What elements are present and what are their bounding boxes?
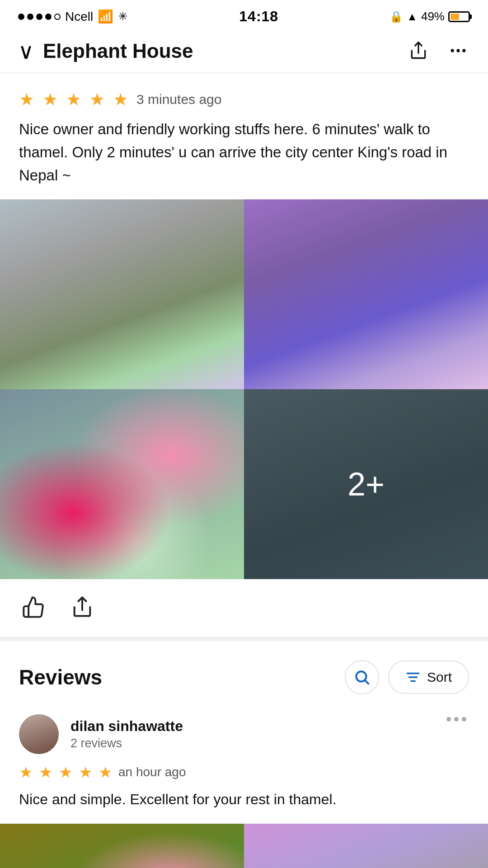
svg-line-6 (365, 681, 368, 684)
battery-fill (450, 14, 459, 20)
reviewer-avatar (19, 714, 59, 754)
share-button[interactable] (407, 39, 430, 64)
dot-1 (446, 717, 451, 722)
like-button[interactable] (22, 595, 45, 620)
reviewer-row: dilan sinhawatte 2 reviews (19, 714, 469, 754)
carrier-name: Ncell (65, 9, 93, 24)
signal-dot-5 (54, 14, 61, 20)
reviewer-count: 2 reviews (70, 736, 183, 750)
photo-4[interactable]: 2+ (244, 389, 488, 579)
battery-percentage: 49% (421, 9, 445, 24)
top-review-time: 3 minutes ago (136, 92, 221, 107)
signal-dot-2 (27, 14, 33, 20)
search-icon (353, 669, 371, 686)
signal-dot-4 (45, 14, 52, 20)
status-time: 14:18 (239, 8, 278, 25)
sort-button[interactable]: Sort (388, 660, 469, 694)
review-star-3: ★ (59, 763, 72, 781)
reviewer-name: dilan sinhawatte (70, 718, 183, 735)
review-time: an hour ago (118, 765, 186, 779)
bottom-photos (0, 824, 488, 868)
signal-dot-1 (18, 14, 24, 20)
page-title: Elephant House (43, 40, 193, 62)
lock-icon: 🔒 (389, 10, 403, 23)
svg-point-2 (456, 49, 460, 52)
reviewer-text: Nice and simple. Excellent for your rest… (19, 788, 469, 811)
review-star-1: ★ (19, 763, 33, 781)
star-1: ★ (19, 90, 34, 109)
star-2: ★ (42, 90, 58, 109)
review-star-4: ★ (79, 763, 92, 781)
reviewer-left: dilan sinhawatte 2 reviews (19, 714, 183, 754)
avatar-image (19, 714, 59, 754)
review-stars-row: ★ ★ ★ ★ ★ an hour ago (19, 763, 469, 781)
sort-icon (405, 670, 421, 685)
reviews-actions: Sort (345, 660, 469, 694)
status-bar: Ncell 📶 ✳ 14:18 🔒 ▲ 49% (0, 0, 488, 29)
reviewer-more-button[interactable] (444, 714, 469, 724)
top-review-text: Nice owner and friendly working stuffs h… (19, 118, 469, 187)
share-action-button[interactable] (70, 595, 94, 620)
more-button[interactable] (446, 39, 470, 64)
photo-2[interactable] (244, 199, 488, 389)
dot-3 (462, 717, 466, 722)
sort-label: Sort (427, 670, 452, 685)
loading-icon: ✳ (118, 9, 128, 24)
photo-overlay: 2+ (244, 389, 488, 579)
reviewer-card: dilan sinhawatte 2 reviews ★ ★ ★ ★ ★ an … (19, 714, 469, 811)
more-photos-count: 2+ (347, 466, 385, 503)
wifi-icon: 📶 (98, 9, 113, 24)
action-row (0, 579, 488, 641)
photo-grid: 2+ (0, 199, 488, 579)
share-action-icon (70, 595, 94, 619)
reviews-section: Reviews Sort (0, 641, 488, 811)
status-right: 🔒 ▲ 49% (389, 9, 470, 24)
reviewer-info: dilan sinhawatte 2 reviews (70, 718, 183, 750)
star-3: ★ (66, 90, 81, 109)
share-icon (408, 41, 428, 61)
reviews-title: Reviews (19, 665, 102, 689)
photo-1[interactable] (0, 199, 244, 389)
header: ∨ Elephant House (0, 29, 488, 73)
photo-3[interactable] (0, 389, 244, 579)
more-icon (448, 41, 468, 61)
signal-dot-3 (36, 14, 42, 20)
battery-icon (448, 11, 470, 22)
bottom-photo-2[interactable] (244, 824, 488, 868)
search-reviews-button[interactable] (345, 660, 379, 694)
dot-2 (454, 717, 459, 722)
star-4: ★ (89, 90, 105, 109)
top-review-section: ★ ★ ★ ★ ★ 3 minutes ago Nice owner and f… (0, 73, 488, 199)
header-right (407, 39, 470, 64)
location-icon: ▲ (407, 10, 418, 23)
review-star-5: ★ (99, 763, 112, 781)
bottom-photo-1[interactable] (0, 824, 244, 868)
back-button[interactable]: ∨ (18, 38, 34, 64)
status-left: Ncell 📶 ✳ (18, 9, 128, 24)
header-left: ∨ Elephant House (18, 38, 193, 64)
reviews-header: Reviews Sort (19, 660, 469, 694)
review-star-2: ★ (39, 763, 52, 781)
svg-point-3 (462, 49, 465, 52)
signal-dots (18, 14, 61, 20)
stars-row: ★ ★ ★ ★ ★ 3 minutes ago (19, 90, 469, 109)
svg-point-1 (451, 49, 454, 52)
thumb-up-icon (22, 595, 45, 619)
star-5: ★ (113, 90, 128, 109)
